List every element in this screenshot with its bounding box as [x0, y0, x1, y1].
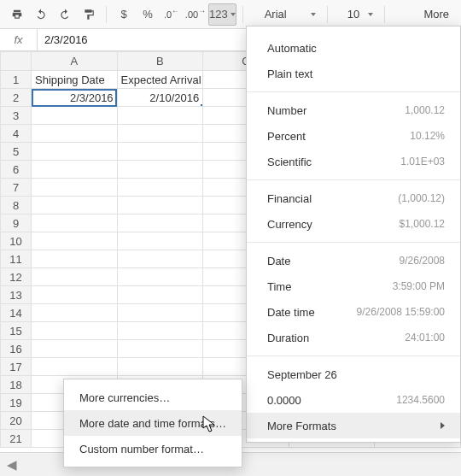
menu-september[interactable]: September 26	[247, 361, 460, 387]
more-formats-submenu: More currencies… More date and time form…	[63, 379, 242, 467]
more-button[interactable]: More	[417, 4, 456, 24]
row-header[interactable]: 5	[1, 143, 32, 161]
cell[interactable]	[32, 286, 118, 304]
cell[interactable]	[117, 214, 203, 232]
cell[interactable]	[117, 358, 203, 376]
menu-example: 3:59:00 PM	[393, 280, 445, 292]
row-header[interactable]: 19	[1, 394, 32, 412]
redo-button[interactable]	[54, 3, 76, 26]
row-header[interactable]: 14	[1, 304, 32, 322]
cell[interactable]	[32, 232, 118, 250]
menu-example: 1,000.12	[405, 104, 445, 116]
cell[interactable]	[32, 214, 118, 232]
cell[interactable]	[32, 322, 118, 340]
row-header[interactable]: 11	[1, 250, 32, 268]
decrease-decimal-button[interactable]: .0←	[160, 3, 183, 26]
row-header[interactable]: 21	[1, 430, 32, 448]
paint-format-button[interactable]	[78, 3, 100, 26]
row-header[interactable]: 7	[1, 179, 32, 197]
col-header[interactable]: A	[32, 52, 118, 71]
menu-label: September 26	[267, 368, 337, 381]
cell[interactable]	[117, 232, 203, 250]
percent-button[interactable]: %	[137, 3, 159, 26]
submenu-more-date-time[interactable]: More date and time formats…	[64, 410, 242, 436]
cell[interactable]	[32, 161, 118, 179]
menu-more-formats[interactable]: More Formats	[247, 413, 460, 438]
row-header[interactable]: 15	[1, 322, 32, 340]
cell[interactable]	[32, 179, 118, 197]
cell[interactable]: Expected Arrival Date	[117, 71, 203, 89]
cell[interactable]	[117, 107, 203, 125]
row-header[interactable]: 20	[1, 412, 32, 430]
menu-label: Number	[267, 104, 306, 117]
number-format-button[interactable]: 123	[208, 3, 236, 26]
cell[interactable]	[117, 125, 203, 143]
menu-plain-text[interactable]: Plain text	[247, 61, 460, 86]
menu-example: 10.12%	[410, 130, 445, 142]
increase-decimal-button[interactable]: .00→	[184, 3, 207, 26]
undo-button[interactable]	[30, 3, 52, 26]
row-header[interactable]: 10	[1, 232, 32, 250]
menu-financial[interactable]: Financial(1,000.12)	[247, 185, 460, 211]
cell[interactable]	[117, 161, 203, 179]
row-header[interactable]: 18	[1, 376, 32, 394]
cell[interactable]	[32, 358, 118, 376]
print-button[interactable]	[6, 3, 28, 26]
col-header[interactable]: B	[117, 52, 203, 71]
row-header[interactable]: 2	[1, 89, 32, 107]
menu-date-time[interactable]: Date time9/26/2008 15:59:00	[247, 299, 460, 325]
menu-percent[interactable]: Percent10.12%	[247, 123, 460, 149]
font-name: Arial	[265, 8, 287, 21]
currency-button[interactable]: $	[113, 3, 135, 26]
tab-nav-left-icon[interactable]: ◀	[7, 457, 17, 473]
row-header[interactable]: 13	[1, 286, 32, 304]
cell[interactable]	[32, 250, 118, 268]
menu-currency[interactable]: Currency$1,000.12	[247, 211, 460, 237]
cell[interactable]	[32, 107, 118, 125]
menu-duration[interactable]: Duration24:01:00	[247, 325, 460, 350]
cell[interactable]	[32, 143, 118, 161]
row-header[interactable]: 12	[1, 268, 32, 286]
menu-label: Scientific	[267, 156, 312, 168]
cell[interactable]: Shipping Date	[32, 71, 118, 89]
menu-date[interactable]: Date9/26/2008	[247, 248, 460, 273]
font-size-selector[interactable]: 10	[338, 3, 379, 26]
cell[interactable]	[117, 304, 203, 322]
row-header[interactable]: 3	[1, 107, 32, 125]
menu-label: Date	[267, 255, 290, 267]
cell[interactable]	[117, 250, 203, 268]
cell[interactable]	[117, 197, 203, 214]
menu-time[interactable]: Time3:59:00 PM	[247, 273, 460, 299]
selected-cell[interactable]: 2/3/2016	[32, 89, 118, 107]
cell[interactable]	[117, 286, 203, 304]
cell[interactable]: 2/10/2016	[117, 89, 203, 107]
row-header[interactable]: 17	[1, 358, 32, 376]
cell[interactable]	[32, 304, 118, 322]
cell[interactable]	[117, 179, 203, 197]
cell[interactable]	[117, 268, 203, 286]
submenu-more-currencies[interactable]: More currencies…	[64, 385, 242, 410]
font-selector[interactable]: Arial	[255, 3, 322, 26]
cell[interactable]	[117, 143, 203, 161]
submenu-label: More date and time formats…	[79, 417, 226, 430]
cell[interactable]	[32, 197, 118, 214]
row-header[interactable]: 8	[1, 197, 32, 214]
menu-separator	[247, 242, 460, 243]
menu-scientific[interactable]: Scientific1.01E+03	[247, 149, 460, 174]
menu-number[interactable]: Number1,000.12	[247, 97, 460, 123]
row-header[interactable]: 6	[1, 161, 32, 179]
cell[interactable]	[117, 340, 203, 358]
cell[interactable]	[117, 322, 203, 340]
row-header[interactable]: 4	[1, 125, 32, 143]
menu-zero-format[interactable]: 0.00001234.5600	[247, 387, 460, 413]
menu-label: More Formats	[267, 420, 336, 432]
cell[interactable]	[32, 340, 118, 358]
menu-automatic[interactable]: Automatic	[247, 35, 460, 61]
submenu-custom-number[interactable]: Custom number format…	[64, 436, 242, 461]
row-header[interactable]: 9	[1, 214, 32, 232]
menu-label: Currency	[267, 218, 312, 231]
row-header[interactable]: 1	[1, 71, 32, 89]
cell[interactable]	[32, 268, 118, 286]
cell[interactable]	[32, 125, 118, 143]
row-header[interactable]: 16	[1, 340, 32, 358]
